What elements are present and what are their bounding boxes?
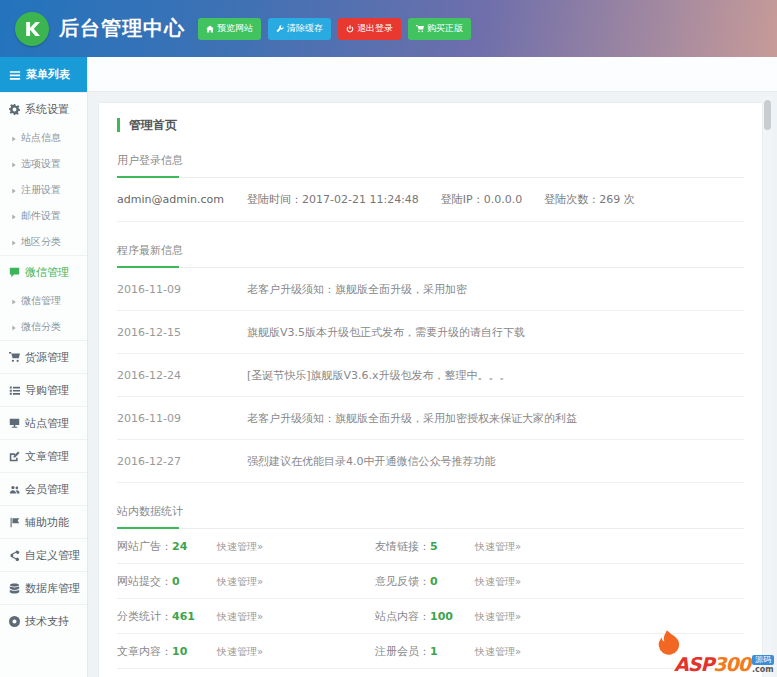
menu-tech-support[interactable]: 技术支持 (0, 604, 87, 637)
site-stats-section: 站内数据统计 网站广告24 快速管理» 友情链接5 快速管理» 网站提交0 快速… (117, 504, 744, 677)
share-icon (9, 549, 20, 562)
caret-right-icon (11, 322, 17, 333)
news-row: 2016-11-09 老客户升级须知：旗舰版全面升级，采用加密 (117, 268, 744, 311)
stat-cell-right: 站点内容100 快速管理» (375, 609, 744, 624)
caret-right-icon (11, 133, 17, 144)
news-date: 2016-11-09 (117, 412, 247, 425)
menu-database-management[interactable]: 数据库管理 (0, 571, 87, 604)
stat-label: 意见反馈 (375, 575, 430, 588)
stat-row: 分类统计461 快速管理» 站点内容100 快速管理» (117, 599, 744, 634)
stat-label: 网站广告 (117, 540, 172, 553)
header-button-label: 清除缓存 (287, 22, 323, 35)
submenu-region-category[interactable]: 地区分类 (0, 229, 87, 255)
database-icon (9, 582, 20, 595)
news-date: 2016-11-09 (117, 283, 247, 296)
stat-value: 0 (172, 575, 180, 588)
quick-manage-link[interactable]: 快速管理» (475, 645, 521, 659)
sidebar-item-label: 微信分类 (21, 320, 61, 334)
menu-guide-management[interactable]: 导购管理 (0, 373, 87, 406)
submenu-option-settings[interactable]: 选项设置 (0, 151, 87, 177)
menu-custom-management[interactable]: 自定义管理 (0, 538, 87, 571)
stat-cell-right: 友情链接5 快速管理» (375, 539, 744, 554)
news-date: 2016-12-24 (117, 369, 247, 382)
home-icon (206, 24, 214, 34)
stat-cell-left: 网站广告24 快速管理» (117, 539, 375, 554)
header-buttons: 预览网站 清除缓存 退出登录 购买正版 (198, 18, 471, 40)
flame-icon (654, 628, 684, 661)
scrollbar-thumb[interactable] (764, 100, 771, 130)
news-row: 2016-12-27 强烈建议在优能目录4.0中开通微信公众号推荐功能 (117, 440, 744, 483)
flag-icon (9, 516, 20, 529)
stat-value: 24 (172, 540, 187, 553)
news-row: 2016-12-15 旗舰版V3.5版本升级包正式发布，需要升级的请自行下载 (117, 311, 744, 354)
menu-system-settings[interactable]: 系统设置 (0, 92, 87, 125)
comment-icon (9, 266, 20, 279)
sidebar-item-label: 自定义管理 (25, 548, 80, 563)
submenu-register-settings[interactable]: 注册设置 (0, 177, 87, 203)
admin-email: admin@admin.com (117, 193, 247, 206)
preview-site-button[interactable]: 预览网站 (198, 18, 261, 40)
quick-manage-link[interactable]: 快速管理» (475, 575, 521, 589)
quick-manage-link[interactable]: 快速管理» (217, 575, 263, 589)
menu-supply-management[interactable]: 货源管理 (0, 340, 87, 373)
submenu-site-info[interactable]: 站点信息 (0, 125, 87, 151)
stat-cell-right: 意见反馈0 快速管理» (375, 574, 744, 589)
stat-row: 文章内容10 快速管理» 注册会员1 快速管理» (117, 634, 744, 669)
stat-label: 文章内容 (117, 645, 172, 658)
sidebar-item-label: 导购管理 (25, 383, 69, 398)
sidebar-item-label: 系统设置 (25, 102, 69, 117)
desktop-icon (9, 417, 20, 430)
quick-manage-link[interactable]: 快速管理» (217, 540, 263, 554)
menu-member-management[interactable]: 会员管理 (0, 472, 87, 505)
scrollbar[interactable] (763, 96, 772, 677)
submenu-wechat-category[interactable]: 微信分类 (0, 314, 87, 340)
news-date: 2016-12-15 (117, 326, 247, 339)
sidebar-item-label: 技术支持 (25, 614, 69, 629)
sidebar-header[interactable]: 菜单列表 (0, 57, 87, 92)
submenu-wechat-management[interactable]: 微信管理 (0, 288, 87, 314)
quick-manage-link[interactable]: 快速管理» (217, 610, 263, 624)
quick-manage-link[interactable]: 快速管理» (217, 645, 263, 659)
header-button-label: 退出登录 (357, 22, 393, 35)
stat-value: 5 (430, 540, 438, 553)
users-icon (9, 483, 20, 496)
edit-icon (9, 450, 20, 463)
logout-button[interactable]: 退出登录 (338, 18, 401, 40)
asp300-watermark: ASP300 源码 .com (656, 630, 774, 674)
quick-manage-link[interactable]: 快速管理» (475, 540, 521, 554)
submenu-mail-settings[interactable]: 邮件设置 (0, 203, 87, 229)
login-field: 登陆IP：0.0.0.0 (441, 192, 522, 207)
stat-value: 0 (430, 575, 438, 588)
stat-label: 友情链接 (375, 540, 430, 553)
news-text: 老客户升级须知：旗舰版全面升级，采用加密 (247, 282, 467, 297)
login-info-row: admin@admin.com 登陆时间：2017-02-21 11:24:48… (117, 178, 744, 222)
stat-row: 自定义页面3 快速管理» 自定义标签1 快速管理» (117, 669, 744, 677)
content-card: 管理首页 用户登录信息 admin@admin.com 登陆时间：2017-02… (99, 103, 762, 677)
login-field: 登陆次数：269 次 (544, 192, 635, 207)
buy-genuine-button[interactable]: 购买正版 (408, 18, 471, 40)
program-news-section: 程序最新信息 2016-11-09 老客户升级须知：旗舰版全面升级，采用加密 2… (117, 243, 744, 483)
caret-right-icon (11, 185, 17, 196)
power-icon (346, 24, 354, 34)
list-icon (9, 384, 20, 397)
watermark-domain: .com (752, 666, 774, 674)
page-title: 管理首页 (117, 118, 744, 132)
header-button-label: 预览网站 (217, 22, 253, 35)
news-row: 2016-11-09 老客户升级须知：旗舰版全面升级，采用加密授权来保证大家的利… (117, 397, 744, 440)
sidebar-item-label: 地区分类 (21, 235, 61, 249)
news-text: [圣诞节快乐]旗舰版V3.6.x升级包发布，整理中。。。 (247, 368, 511, 383)
menu-site-management[interactable]: 站点管理 (0, 406, 87, 439)
menu-article-management[interactable]: 文章管理 (0, 439, 87, 472)
logo-k-icon (23, 20, 41, 38)
sidebar-item-label: 选项设置 (21, 157, 61, 171)
sidebar-item-label: 微信管理 (21, 294, 61, 308)
news-section-title: 程序最新信息 (117, 243, 744, 268)
quick-manage-link[interactable]: 快速管理» (475, 610, 521, 624)
clear-cache-button[interactable]: 清除缓存 (268, 18, 331, 40)
news-row: 2016-12-24 [圣诞节快乐]旗舰版V3.6.x升级包发布，整理中。。。 (117, 354, 744, 397)
menu-auxiliary-functions[interactable]: 辅助功能 (0, 505, 87, 538)
menu-wechat-management[interactable]: 微信管理 (0, 255, 87, 288)
sidebar: 菜单列表 系统设置 站点信息 选项设置 注册设置 邮件设置 地区分类 (0, 57, 88, 677)
sidebar-item-label: 注册设置 (21, 183, 61, 197)
stat-label: 站点内容 (375, 610, 430, 623)
